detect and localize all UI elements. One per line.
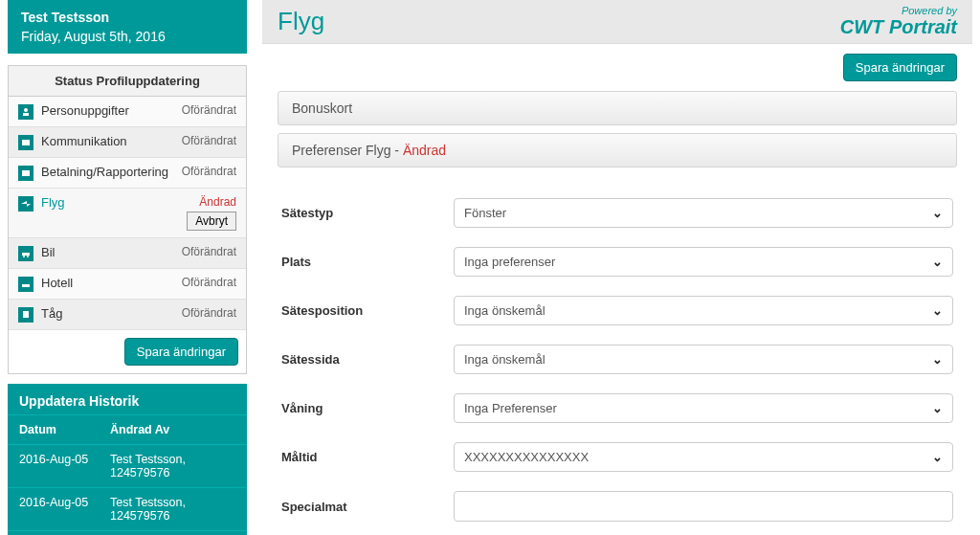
svg-rect-2 bbox=[22, 140, 30, 145]
label-specialmeal: Specialmat bbox=[281, 500, 444, 514]
status-panel-title: Status Profiluppdatering bbox=[9, 66, 246, 97]
select-plats[interactable]: Inga preferenser ⌄ bbox=[454, 247, 953, 277]
plane-icon bbox=[18, 196, 33, 212]
status-badge-changed: Ändrad bbox=[187, 195, 236, 209]
svg-rect-6 bbox=[22, 253, 30, 256]
history-col-date: Datum bbox=[19, 423, 110, 436]
sidebar-item-bil[interactable]: Bil Oförändrat bbox=[9, 238, 246, 269]
history-row: 2016-Aug-05 Test Testsson, 124579576 bbox=[8, 531, 247, 535]
svg-point-7 bbox=[23, 256, 25, 257]
label-seattype: Sätestyp bbox=[281, 206, 444, 220]
sidebar-item-tag[interactable]: Tåg Oförändrat bbox=[9, 300, 246, 330]
train-icon bbox=[18, 307, 33, 323]
label-plats: Plats bbox=[281, 255, 444, 269]
svg-rect-9 bbox=[22, 284, 30, 287]
chevron-down-icon: ⌄ bbox=[932, 206, 943, 220]
history-row: 2016-Aug-05 Test Testsson, 124579576 bbox=[8, 488, 247, 531]
status-badge: Oförändrat bbox=[182, 165, 236, 178]
comm-icon bbox=[18, 135, 33, 150]
user-name: Test Testsson bbox=[21, 10, 234, 25]
svg-rect-10 bbox=[23, 311, 29, 318]
sidebar-item-hotell[interactable]: Hotell Oförändrat bbox=[9, 269, 246, 300]
status-badge: Oförändrat bbox=[182, 134, 236, 147]
payment-icon bbox=[18, 166, 33, 181]
chevron-down-icon: ⌄ bbox=[932, 450, 943, 464]
label-seatpos: Sätesposition bbox=[281, 303, 444, 318]
select-seattype[interactable]: Fönster ⌄ bbox=[454, 198, 953, 228]
save-button-top[interactable]: Spara ändringar bbox=[843, 54, 957, 81]
label-meal: Måltid bbox=[281, 450, 444, 464]
chevron-down-icon: ⌄ bbox=[932, 303, 943, 318]
history-row: 2016-Aug-05 Test Testsson, 124579576 bbox=[8, 445, 247, 488]
sidebar-item-label: Betalning/Rapportering bbox=[41, 165, 174, 179]
current-date: Friday, August 5th, 2016 bbox=[21, 29, 234, 44]
label-seatside: Sätessida bbox=[281, 352, 444, 367]
cancel-button[interactable]: Avbryt bbox=[187, 212, 236, 231]
section-bonuskort[interactable]: Bonuskort bbox=[278, 91, 957, 125]
sidebar-item-personuppgifter[interactable]: Personuppgifter Oförändrat bbox=[9, 97, 246, 127]
label-floor: Våning bbox=[281, 401, 444, 415]
hotel-icon bbox=[18, 277, 33, 292]
sidebar-item-label: Bil bbox=[41, 245, 174, 259]
svg-rect-4 bbox=[22, 172, 30, 173]
svg-marker-5 bbox=[21, 201, 31, 207]
car-icon bbox=[18, 246, 33, 261]
select-meal[interactable]: XXXXXXXXXXXXXXX ⌄ bbox=[454, 442, 953, 472]
input-specialmeal[interactable] bbox=[454, 491, 953, 522]
sidebar-item-label: Personuppgifter bbox=[41, 103, 174, 118]
svg-point-0 bbox=[24, 108, 28, 112]
history-title: Uppdatera Historik bbox=[8, 384, 247, 414]
sidebar-user-block: Test Testsson Friday, August 5th, 2016 bbox=[8, 0, 247, 54]
svg-rect-1 bbox=[23, 113, 29, 116]
status-panel: Status Profiluppdatering Personuppgifter… bbox=[8, 65, 247, 374]
history-panel: Uppdatera Historik Datum Ändrad Av 2016-… bbox=[8, 384, 247, 535]
status-badge: Oförändrat bbox=[182, 103, 236, 117]
select-seatside[interactable]: Inga önskemål ⌄ bbox=[454, 345, 953, 374]
sidebar-item-label: Kommunikation bbox=[41, 134, 174, 148]
sidebar-item-flyg[interactable]: Flyg Ändrad Avbryt bbox=[9, 189, 246, 238]
history-col-by: Ändrad Av bbox=[110, 423, 235, 436]
svg-point-8 bbox=[27, 256, 29, 257]
sidebar-item-label: Tåg bbox=[41, 306, 174, 321]
select-seatpos[interactable]: Inga önskemål ⌄ bbox=[454, 296, 953, 325]
brand-logo: Powered by CWT Portrait bbox=[840, 6, 957, 37]
main-header: Flyg Powered by CWT Portrait bbox=[262, 0, 972, 44]
sidebar-item-label: Hotell bbox=[41, 276, 174, 290]
page-title: Flyg bbox=[278, 7, 324, 36]
select-floor[interactable]: Inga Preferenser ⌄ bbox=[454, 393, 953, 423]
chevron-down-icon: ⌄ bbox=[932, 255, 943, 269]
sidebar-item-betalning[interactable]: Betalning/Rapportering Oförändrat bbox=[9, 158, 246, 189]
sidebar-item-label: Flyg bbox=[41, 195, 179, 210]
chevron-down-icon: ⌄ bbox=[932, 352, 943, 367]
section-preferenser-flyg[interactable]: Preferenser Flyg - Ändrad bbox=[278, 133, 957, 167]
person-icon bbox=[18, 104, 33, 120]
status-badge: Oförändrat bbox=[182, 276, 236, 289]
status-badge: Oförändrat bbox=[182, 306, 236, 320]
sidebar-item-kommunikation[interactable]: Kommunikation Oförändrat bbox=[9, 127, 246, 158]
chevron-down-icon: ⌄ bbox=[932, 401, 943, 415]
save-button-sidebar[interactable]: Spara ändringar bbox=[124, 338, 238, 366]
status-badge: Oförändrat bbox=[182, 245, 236, 258]
